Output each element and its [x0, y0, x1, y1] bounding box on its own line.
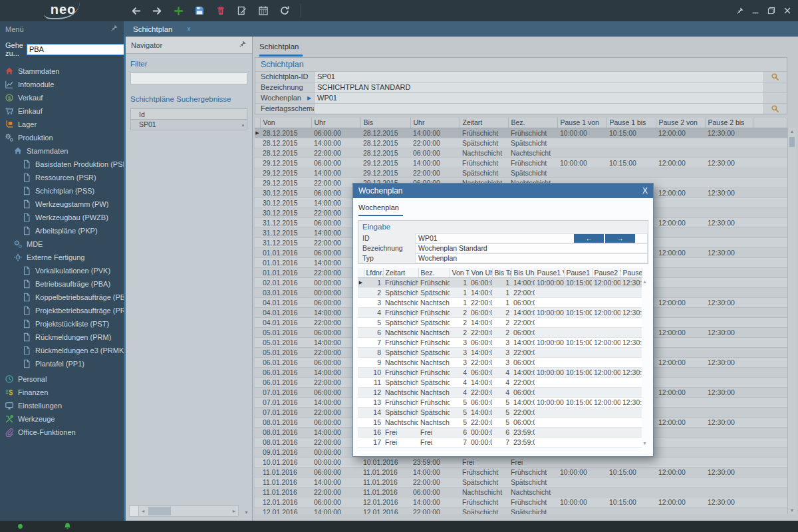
sidebar-item[interactable]: $Verkauf — [0, 91, 124, 104]
sidebar-item[interactable]: Einstellungen — [0, 399, 124, 412]
table-row[interactable]: 28.12.201514:00:0028.12.201522:00:00Spät… — [255, 138, 787, 148]
sidebar-item[interactable]: Schichtplan (PSS) — [0, 184, 124, 198]
sidebar-item[interactable]: Werkzeugstamm (PW) — [0, 198, 124, 211]
pin-icon[interactable] — [110, 24, 118, 34]
table-row[interactable]: 16FreiFrei600:00:00623:59:00 — [358, 427, 642, 437]
sidebar-item[interactable]: Projektstückliste (PST) — [0, 317, 124, 331]
scroll-down-icon[interactable]: ▼ — [642, 441, 647, 446]
dialog-close-icon[interactable]: X — [642, 186, 648, 196]
table-row[interactable]: 2SpätschichtSpätschicht114:00:00122:00:0… — [358, 287, 642, 297]
sidebar-item[interactable]: Plantafel (PP1) — [0, 357, 124, 370]
scrollbar-thumb[interactable] — [789, 137, 795, 147]
column-header[interactable]: Pause 1 von — [557, 118, 606, 128]
dialog-titlebar[interactable]: Wochenplan X — [353, 184, 653, 198]
sidebar-item[interactable]: Externe Fertigung — [0, 251, 124, 264]
sidebar-item[interactable]: Rückmeldungen (PRM) — [0, 331, 124, 344]
close-icon[interactable] — [781, 4, 794, 17]
lookup-icon[interactable] — [763, 72, 787, 82]
column-header[interactable]: Von Tag — [450, 268, 469, 277]
column-header[interactable]: Bis Uhr — [511, 268, 535, 277]
sidebar-item[interactable]: Werkzeuge — [0, 412, 124, 426]
add-icon[interactable] — [170, 3, 186, 19]
table-row[interactable]: 8SpätschichtSpätschicht314:00:00322:00:0… — [358, 347, 642, 357]
table-vertical-scrollbar[interactable]: ▲ ▼ — [787, 128, 796, 514]
table-row[interactable]: 29.12.201506:00:0029.12.201514:00:00Früh… — [255, 158, 787, 168]
refresh-icon[interactable] — [277, 3, 293, 19]
column-header[interactable]: Von — [260, 118, 311, 128]
column-header[interactable]: Pause1 Von — [535, 268, 564, 277]
column-header[interactable]: Bis Tag — [492, 268, 511, 277]
navigator-horizontal-scrollbar[interactable]: ◄ ► — [129, 505, 239, 517]
back-icon[interactable] — [128, 3, 144, 19]
sidebar-item[interactable]: Arbeitspläne (PKP) — [0, 224, 124, 237]
table-row[interactable]: 11.01.201622:00:0011.01.201606:00:00Nach… — [255, 487, 787, 497]
table-row[interactable]: 12NachtschichtNachtschicht422:00:00406:0… — [358, 387, 642, 397]
table-row[interactable]: 15NachtschichtNachtschicht522:00:00506:0… — [358, 417, 642, 427]
edit-icon[interactable] — [234, 3, 250, 19]
detail-arrow-icon[interactable]: ▶ — [307, 93, 314, 103]
scroll-up-icon[interactable]: ▲ — [642, 279, 647, 284]
sidebar-item[interactable]: Lager — [0, 118, 124, 131]
table-row[interactable]: 12.01.201614:00:0012.01.201622:00:00Spät… — [255, 507, 787, 514]
table-row[interactable]: 29.12.201514:00:0029.12.201522:00:00Spät… — [255, 168, 787, 178]
sidebar-item[interactable]: Office-Funktionen — [0, 426, 124, 439]
column-header[interactable]: Bez. — [508, 118, 557, 128]
table-row[interactable]: ▶1FrühschichtFrühschicht106:00:00114:00:… — [358, 277, 642, 287]
pin-icon[interactable] — [733, 4, 746, 17]
goto-input[interactable] — [27, 44, 124, 55]
column-header[interactable]: Von Uhr — [469, 268, 492, 277]
sidebar-item[interactable]: Koppelbetriebsaufträge (PBAK) — [0, 291, 124, 304]
table-row[interactable]: 11.01.201606:00:0011.01.201614:00:00Früh… — [255, 467, 787, 477]
sidebar-item[interactable]: Einkauf — [0, 104, 124, 118]
pin-icon[interactable] — [238, 40, 247, 50]
table-row[interactable]: 10FrühschichtFrühschicht406:00:00414:00:… — [358, 367, 642, 377]
sidebar-item[interactable]: $Finanzen — [0, 386, 124, 399]
sidebar-item[interactable]: Produktion — [0, 131, 124, 144]
table-row[interactable]: 6NachtschichtNachtschicht222:00:00206:00… — [358, 327, 642, 337]
table-row[interactable]: 9NachtschichtNachtschicht322:00:00306:00… — [358, 357, 642, 367]
table-row[interactable]: 12.01.201606:00:0012.01.201614:00:00Früh… — [255, 497, 787, 507]
sidebar-item[interactable]: Betriebsaufträge (PBA) — [0, 277, 124, 291]
dialog-tab-wochenplan[interactable]: Wochenplan — [358, 203, 403, 216]
sidebar-item[interactable]: Rückmeldungen e3 (PRMK) — [0, 344, 124, 357]
column-header[interactable]: Zeitart — [383, 268, 418, 277]
column-header[interactable]: Bis — [360, 118, 410, 128]
table-row[interactable]: 13FrühschichtFrühschicht506:00:00514:00:… — [358, 397, 642, 407]
field-value[interactable]: WP01 — [314, 93, 763, 103]
table-row[interactable]: 7FrühschichtFrühschicht306:00:00314:00:0… — [358, 337, 642, 347]
forward-icon[interactable] — [149, 3, 165, 19]
delete-icon[interactable] — [213, 3, 229, 19]
sidebar-item[interactable]: Vorkalkulationen (PVK) — [0, 264, 124, 277]
table-row[interactable]: 3NachtschichtNachtschicht122:00:00106:00… — [358, 297, 642, 307]
minimize-icon[interactable] — [749, 4, 762, 17]
table-row[interactable]: 17FreiFrei700:00:00723:59:00 — [358, 437, 642, 447]
column-header[interactable]: Pause 1 bis — [606, 118, 656, 128]
field-value[interactable]: Wochenplan — [415, 253, 648, 263]
column-header[interactable]: Lfdnr. — [364, 268, 383, 277]
scroll-up-icon[interactable]: ▲ — [788, 129, 796, 134]
scroll-up-icon[interactable]: ▲ — [241, 120, 247, 130]
tab-close-icon[interactable]: x — [187, 25, 190, 33]
scroll-down-icon[interactable]: ▼ — [244, 510, 249, 515]
field-value[interactable] — [314, 104, 763, 114]
column-header[interactable]: Uhr — [311, 118, 360, 128]
sidebar-item[interactable]: Personal — [0, 372, 124, 386]
sidebar-item[interactable]: Projektbetriebsaufträge (PRB) — [0, 304, 124, 317]
table-row[interactable]: ▶28.12.201506:00:0028.12.201514:00:00Frü… — [255, 128, 787, 138]
sidebar-item[interactable]: Stammdaten — [0, 144, 124, 158]
sidebar-item[interactable]: Stammdaten — [0, 65, 124, 78]
column-header[interactable]: Pause2 Bis — [620, 268, 642, 277]
table-row[interactable]: 14SpätschichtSpätschicht514:00:00522:00:… — [358, 407, 642, 417]
sidebar-item[interactable]: Basisdaten Produktion (PSB) — [0, 158, 124, 171]
column-header[interactable]: Pause 2 bis — [705, 118, 753, 128]
restore-icon[interactable] — [765, 4, 778, 17]
calendar-icon[interactable] — [255, 3, 271, 19]
column-header[interactable]: Pause 2 von — [656, 118, 705, 128]
list-item[interactable]: SP01▲ — [131, 120, 247, 130]
column-header[interactable]: Uhr — [410, 118, 460, 128]
prev-record-button[interactable]: ← — [574, 234, 604, 243]
filter-input[interactable] — [130, 72, 247, 84]
table-row[interactable]: 4FrühschichtFrühschicht206:00:00214:00:0… — [358, 307, 642, 317]
field-value[interactable]: SP01 — [314, 72, 763, 82]
field-value[interactable]: Wochenplan Standard — [415, 243, 648, 253]
